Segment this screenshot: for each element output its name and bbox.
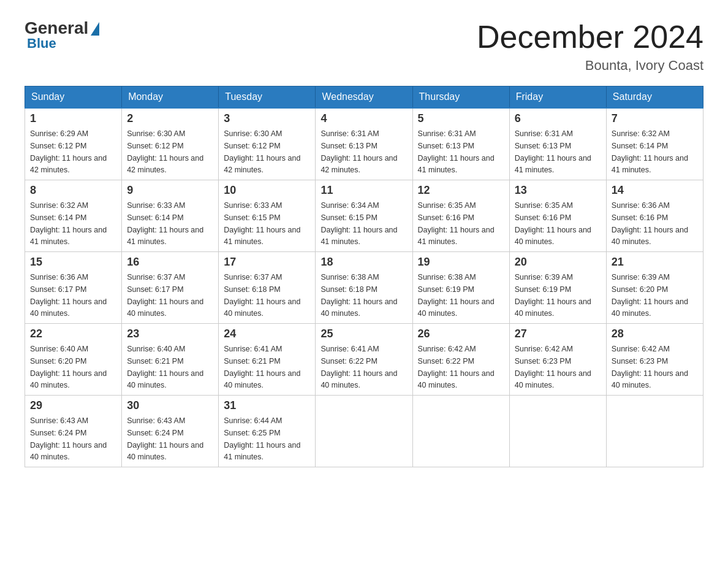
day-number: 3 (224, 112, 310, 125)
table-row (316, 396, 412, 467)
day-number: 24 (224, 327, 310, 340)
day-info: Sunrise: 6:37 AMSunset: 6:18 PMDaylight:… (224, 273, 300, 318)
day-number: 13 (515, 184, 601, 197)
day-info: Sunrise: 6:34 AMSunset: 6:15 PMDaylight:… (320, 201, 397, 246)
calendar-row: 29 Sunrise: 6:43 AMSunset: 6:24 PMDaylig… (25, 396, 703, 467)
day-number: 2 (127, 112, 213, 125)
table-row: 22 Sunrise: 6:40 AMSunset: 6:20 PMDaylig… (25, 324, 122, 396)
day-info: Sunrise: 6:42 AMSunset: 6:22 PMDaylight:… (418, 345, 495, 389)
table-row: 8 Sunrise: 6:32 AMSunset: 6:14 PMDayligh… (25, 180, 122, 252)
table-row: 31 Sunrise: 6:44 AMSunset: 6:25 PMDaylig… (219, 396, 316, 467)
day-number: 23 (127, 327, 213, 340)
col-thursday: Thursday (412, 86, 509, 109)
table-row: 28 Sunrise: 6:42 AMSunset: 6:23 PMDaylig… (606, 324, 703, 396)
day-number: 28 (612, 327, 698, 340)
day-number: 9 (127, 184, 213, 197)
table-row: 29 Sunrise: 6:43 AMSunset: 6:24 PMDaylig… (25, 396, 122, 467)
title-area: December 2024 Bounta, Ivory Coast (477, 18, 703, 74)
day-info: Sunrise: 6:42 AMSunset: 6:23 PMDaylight:… (612, 345, 688, 389)
calendar-row: 15 Sunrise: 6:36 AMSunset: 6:17 PMDaylig… (25, 252, 703, 324)
table-row: 30 Sunrise: 6:43 AMSunset: 6:24 PMDaylig… (122, 396, 219, 467)
location-text: Bounta, Ivory Coast (477, 58, 703, 74)
day-info: Sunrise: 6:35 AMSunset: 6:16 PMDaylight:… (515, 201, 591, 246)
day-number: 25 (320, 327, 407, 340)
day-number: 12 (418, 184, 504, 197)
day-info: Sunrise: 6:32 AMSunset: 6:14 PMDaylight:… (612, 129, 688, 174)
col-saturday: Saturday (606, 86, 703, 109)
day-info: Sunrise: 6:38 AMSunset: 6:18 PMDaylight:… (320, 273, 397, 318)
table-row: 11 Sunrise: 6:34 AMSunset: 6:15 PMDaylig… (316, 180, 412, 252)
day-number: 15 (30, 256, 116, 269)
calendar-row: 22 Sunrise: 6:40 AMSunset: 6:20 PMDaylig… (25, 324, 703, 396)
page-header: General Blue December 2024 Bounta, Ivory… (25, 18, 703, 74)
day-number: 22 (30, 327, 116, 340)
day-info: Sunrise: 6:30 AMSunset: 6:12 PMDaylight:… (127, 129, 203, 174)
table-row: 27 Sunrise: 6:42 AMSunset: 6:23 PMDaylig… (509, 324, 606, 396)
col-wednesday: Wednesday (316, 86, 412, 109)
day-info: Sunrise: 6:40 AMSunset: 6:21 PMDaylight:… (127, 345, 203, 389)
table-row: 1 Sunrise: 6:29 AMSunset: 6:12 PMDayligh… (25, 108, 122, 180)
table-row: 4 Sunrise: 6:31 AMSunset: 6:13 PMDayligh… (316, 108, 412, 180)
day-number: 17 (224, 256, 310, 269)
table-row: 18 Sunrise: 6:38 AMSunset: 6:18 PMDaylig… (316, 252, 412, 324)
day-info: Sunrise: 6:41 AMSunset: 6:21 PMDaylight:… (224, 345, 300, 389)
table-row: 21 Sunrise: 6:39 AMSunset: 6:20 PMDaylig… (606, 252, 703, 324)
table-row: 20 Sunrise: 6:39 AMSunset: 6:19 PMDaylig… (509, 252, 606, 324)
day-info: Sunrise: 6:29 AMSunset: 6:12 PMDaylight:… (30, 129, 107, 174)
day-info: Sunrise: 6:31 AMSunset: 6:13 PMDaylight:… (515, 129, 591, 174)
day-number: 16 (127, 256, 213, 269)
table-row: 2 Sunrise: 6:30 AMSunset: 6:12 PMDayligh… (122, 108, 219, 180)
day-number: 20 (515, 256, 601, 269)
table-row: 6 Sunrise: 6:31 AMSunset: 6:13 PMDayligh… (509, 108, 606, 180)
day-info: Sunrise: 6:39 AMSunset: 6:19 PMDaylight:… (515, 273, 591, 318)
table-row: 7 Sunrise: 6:32 AMSunset: 6:14 PMDayligh… (606, 108, 703, 180)
day-info: Sunrise: 6:31 AMSunset: 6:13 PMDaylight:… (418, 129, 495, 174)
day-number: 7 (612, 112, 698, 125)
day-info: Sunrise: 6:36 AMSunset: 6:16 PMDaylight:… (612, 201, 688, 246)
day-number: 21 (612, 256, 698, 269)
day-number: 14 (612, 184, 698, 197)
table-row: 13 Sunrise: 6:35 AMSunset: 6:16 PMDaylig… (509, 180, 606, 252)
day-info: Sunrise: 6:41 AMSunset: 6:22 PMDaylight:… (320, 345, 397, 389)
day-number: 18 (320, 256, 407, 269)
day-info: Sunrise: 6:33 AMSunset: 6:14 PMDaylight:… (127, 201, 203, 246)
day-info: Sunrise: 6:43 AMSunset: 6:24 PMDaylight:… (127, 416, 203, 461)
calendar-header-row: Sunday Monday Tuesday Wednesday Thursday… (25, 86, 703, 109)
day-number: 26 (418, 327, 504, 340)
table-row: 12 Sunrise: 6:35 AMSunset: 6:16 PMDaylig… (412, 180, 509, 252)
day-number: 31 (224, 399, 310, 412)
day-info: Sunrise: 6:36 AMSunset: 6:17 PMDaylight:… (30, 273, 107, 318)
calendar-row: 1 Sunrise: 6:29 AMSunset: 6:12 PMDayligh… (25, 108, 703, 180)
col-sunday: Sunday (25, 86, 122, 109)
table-row: 3 Sunrise: 6:30 AMSunset: 6:12 PMDayligh… (219, 108, 316, 180)
day-number: 27 (515, 327, 601, 340)
day-info: Sunrise: 6:44 AMSunset: 6:25 PMDaylight:… (224, 416, 300, 461)
day-number: 10 (224, 184, 310, 197)
day-number: 30 (127, 399, 213, 412)
calendar-table: Sunday Monday Tuesday Wednesday Thursday… (25, 86, 703, 467)
day-number: 1 (30, 112, 116, 125)
logo: General Blue (25, 18, 99, 52)
day-info: Sunrise: 6:38 AMSunset: 6:19 PMDaylight:… (418, 273, 495, 318)
day-info: Sunrise: 6:37 AMSunset: 6:17 PMDaylight:… (127, 273, 203, 318)
day-info: Sunrise: 6:30 AMSunset: 6:12 PMDaylight:… (224, 129, 300, 174)
table-row: 19 Sunrise: 6:38 AMSunset: 6:19 PMDaylig… (412, 252, 509, 324)
table-row: 26 Sunrise: 6:42 AMSunset: 6:22 PMDaylig… (412, 324, 509, 396)
day-info: Sunrise: 6:31 AMSunset: 6:13 PMDaylight:… (320, 129, 397, 174)
day-number: 19 (418, 256, 504, 269)
day-number: 11 (320, 184, 407, 197)
table-row: 23 Sunrise: 6:40 AMSunset: 6:21 PMDaylig… (122, 324, 219, 396)
day-number: 29 (30, 399, 116, 412)
day-info: Sunrise: 6:33 AMSunset: 6:15 PMDaylight:… (224, 201, 300, 246)
table-row: 17 Sunrise: 6:37 AMSunset: 6:18 PMDaylig… (219, 252, 316, 324)
day-number: 8 (30, 184, 116, 197)
table-row (606, 396, 703, 467)
day-info: Sunrise: 6:32 AMSunset: 6:14 PMDaylight:… (30, 201, 107, 246)
logo-triangle-icon (91, 22, 99, 36)
day-number: 4 (320, 112, 407, 125)
table-row: 5 Sunrise: 6:31 AMSunset: 6:13 PMDayligh… (412, 108, 509, 180)
table-row: 16 Sunrise: 6:37 AMSunset: 6:17 PMDaylig… (122, 252, 219, 324)
table-row: 24 Sunrise: 6:41 AMSunset: 6:21 PMDaylig… (219, 324, 316, 396)
day-info: Sunrise: 6:40 AMSunset: 6:20 PMDaylight:… (30, 345, 107, 389)
table-row: 14 Sunrise: 6:36 AMSunset: 6:16 PMDaylig… (606, 180, 703, 252)
